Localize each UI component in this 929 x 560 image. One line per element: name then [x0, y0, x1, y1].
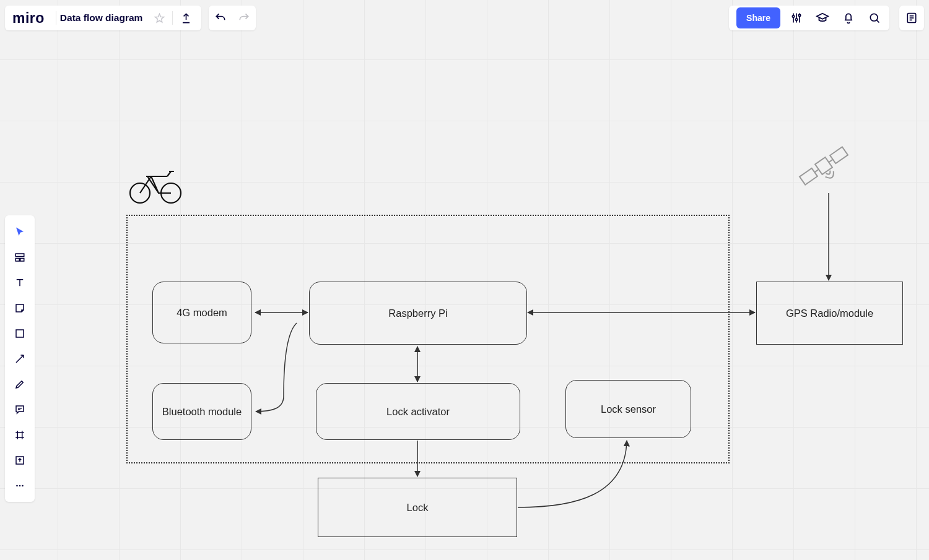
svg-rect-21 — [20, 258, 24, 261]
learn-icon[interactable] — [810, 6, 835, 30]
node-label: Lock sensor — [601, 403, 656, 415]
node-label: Bluetooth module — [162, 406, 242, 418]
app-logo[interactable]: miro — [5, 10, 55, 27]
divider — [172, 11, 173, 25]
node-label: Raspberry Pi — [388, 308, 447, 319]
tool-sticky-note[interactable] — [7, 295, 32, 321]
tool-select[interactable] — [7, 219, 32, 244]
tool-text[interactable] — [7, 270, 32, 295]
tool-templates[interactable] — [7, 244, 32, 270]
share-button[interactable]: Share — [736, 7, 780, 28]
svg-rect-22 — [16, 330, 24, 337]
svg-point-13 — [798, 14, 800, 16]
svg-point-12 — [795, 19, 797, 20]
topbar: miro Data flow diagram Share — [5, 5, 924, 31]
node-lock[interactable]: Lock — [318, 478, 517, 537]
svg-point-14 — [870, 14, 878, 21]
svg-point-27 — [19, 485, 21, 486]
redo-icon[interactable] — [232, 6, 256, 30]
node-lock-activator[interactable]: Lock activator — [316, 383, 520, 440]
svg-point-28 — [22, 485, 24, 486]
node-4g-modem[interactable]: 4G modem — [152, 282, 251, 343]
tool-frame[interactable] — [7, 422, 32, 447]
tool-comment[interactable] — [7, 397, 32, 422]
node-label: 4G modem — [177, 307, 227, 319]
undo-redo-group — [209, 6, 256, 30]
bell-icon[interactable] — [836, 6, 861, 30]
tool-more[interactable] — [7, 473, 32, 498]
node-bluetooth[interactable]: Bluetooth module — [152, 383, 251, 440]
undo-icon[interactable] — [209, 6, 232, 30]
node-label: Lock activator — [386, 406, 450, 418]
board-header: miro Data flow diagram — [5, 6, 201, 30]
search-icon[interactable] — [862, 6, 887, 30]
tool-upload[interactable] — [7, 447, 32, 473]
svg-rect-20 — [15, 258, 19, 261]
tool-connector[interactable] — [7, 346, 32, 371]
node-lock-sensor[interactable]: Lock sensor — [565, 380, 691, 438]
node-label: Lock — [407, 502, 429, 514]
top-right-actions: Share — [729, 6, 889, 30]
node-raspberry-pi[interactable]: Raspberry Pi — [309, 282, 527, 345]
board-title[interactable]: Data flow diagram — [58, 12, 148, 24]
svg-point-11 — [792, 15, 794, 17]
node-gps-module[interactable]: GPS Radio/module — [756, 282, 903, 345]
svg-rect-19 — [15, 254, 24, 257]
settings-icon[interactable] — [784, 6, 809, 30]
tool-pen[interactable] — [7, 371, 32, 397]
left-toolbar — [5, 215, 35, 502]
export-icon[interactable] — [174, 6, 198, 30]
node-label: GPS Radio/module — [786, 308, 873, 319]
svg-point-26 — [16, 485, 18, 486]
tool-shape[interactable] — [7, 321, 32, 346]
side-panel-toggle[interactable] — [899, 6, 924, 30]
divider — [56, 11, 56, 25]
star-icon[interactable] — [147, 6, 171, 30]
